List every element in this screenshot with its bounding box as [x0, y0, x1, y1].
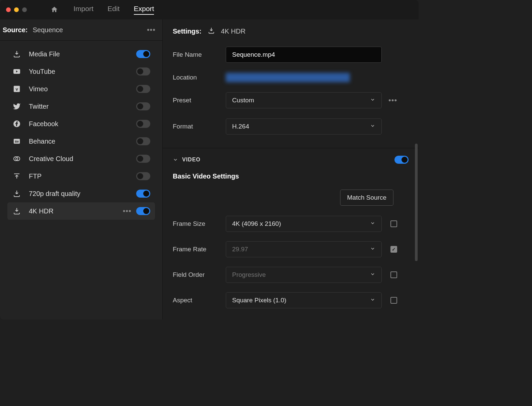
location-label: Location — [173, 74, 226, 81]
destination-list: Media File YouTube v Vimeo Twitter Faceb… — [0, 41, 162, 224]
destination-toggle[interactable] — [136, 50, 150, 58]
destination-toggle[interactable] — [136, 190, 150, 198]
chevron-down-icon — [370, 297, 375, 304]
chevron-down-icon — [370, 97, 375, 104]
titlebar: Import Edit Export — [0, 0, 419, 19]
preset-value: Custom — [232, 97, 254, 104]
destination-toggle[interactable] — [136, 207, 150, 215]
source-label: Source: — [3, 26, 28, 34]
video-setting-label: Field Order — [173, 271, 226, 278]
destination-item[interactable]: Bē Behance — [7, 133, 155, 150]
settings-panel: Settings: 4K HDR File Name Location Pres… — [163, 19, 419, 319]
location-link[interactable] — [226, 73, 350, 82]
video-section-header[interactable]: VIDEO — [173, 156, 409, 164]
chevron-down-icon — [370, 271, 375, 278]
chevron-down-icon — [370, 220, 375, 227]
match-source-checkbox[interactable] — [390, 246, 397, 253]
preset-more-button[interactable]: ••• — [388, 96, 397, 105]
video-section-toggle[interactable] — [394, 156, 409, 164]
destination-toggle[interactable] — [136, 172, 150, 180]
export-form: File Name Location Preset Custom ••• For… — [163, 43, 419, 148]
destination-item[interactable]: Media File — [7, 45, 155, 63]
destination-toggle[interactable] — [136, 120, 150, 128]
minimize-window-button[interactable] — [14, 7, 19, 12]
destination-label: Media File — [29, 50, 129, 58]
destination-item[interactable]: 4K HDR ••• — [7, 202, 155, 220]
video-setting-row: Aspect Square Pixels (1.0) — [173, 292, 409, 308]
destination-label: 720p draft quality — [29, 190, 129, 198]
download-icon — [208, 27, 215, 36]
source-more-button[interactable]: ••• — [147, 26, 156, 34]
basic-video-settings-title: Basic Video Settings — [173, 172, 409, 180]
behance-icon: Bē — [12, 137, 21, 146]
cc-icon — [12, 154, 21, 163]
destination-label: Twitter — [29, 103, 129, 110]
download-icon — [12, 189, 21, 198]
scrollbar[interactable] — [415, 144, 418, 261]
nav-tabs: Import Edit Export — [73, 5, 154, 15]
video-setting-value: 29.97 — [232, 246, 248, 253]
settings-header: Settings: 4K HDR — [163, 19, 419, 43]
match-source-button[interactable]: Match Source — [340, 190, 393, 206]
video-setting-label: Frame Size — [173, 220, 226, 227]
format-select[interactable]: H.264 — [226, 118, 382, 135]
close-window-button[interactable] — [6, 7, 11, 12]
preset-select[interactable]: Custom — [226, 92, 382, 108]
destination-more-button[interactable]: ••• — [123, 207, 131, 215]
facebook-icon — [12, 119, 21, 129]
destination-item[interactable]: YouTube — [7, 63, 155, 80]
video-setting-select: Progressive — [226, 267, 382, 283]
filename-label: File Name — [173, 51, 226, 58]
destination-item[interactable]: Twitter — [7, 98, 155, 115]
video-setting-select[interactable]: Square Pixels (1.0) — [226, 292, 382, 308]
ftp-icon — [12, 171, 21, 181]
twitter-icon — [12, 102, 21, 111]
video-setting-label: Aspect — [173, 297, 226, 304]
chevron-down-icon — [370, 123, 375, 130]
video-setting-value: Square Pixels (1.0) — [232, 297, 286, 304]
vimeo-icon: v — [12, 84, 21, 94]
source-header: Source: Sequence ••• — [0, 19, 162, 41]
destination-label: Vimeo — [29, 85, 129, 93]
filename-input[interactable] — [226, 47, 382, 63]
tab-export[interactable]: Export — [134, 5, 154, 15]
video-section-title: VIDEO — [182, 157, 201, 163]
match-source-checkbox[interactable] — [390, 297, 397, 304]
destination-toggle[interactable] — [136, 102, 150, 110]
settings-title: 4K HDR — [221, 28, 246, 35]
destination-item[interactable]: Creative Cloud — [7, 150, 155, 167]
video-setting-select[interactable]: 4K (4096 x 2160) — [226, 216, 382, 232]
video-section: VIDEO Basic Video Settings Match Source … — [163, 148, 419, 319]
match-source-checkbox[interactable] — [390, 271, 397, 278]
destination-toggle[interactable] — [136, 155, 150, 163]
destination-label: FTP — [29, 172, 129, 180]
video-setting-row: Frame Rate 29.97 — [173, 241, 409, 257]
destination-toggle[interactable] — [136, 137, 150, 145]
destination-item[interactable]: FTP — [7, 167, 155, 185]
tab-import[interactable]: Import — [73, 5, 94, 15]
video-setting-value: Progressive — [232, 271, 266, 278]
source-value[interactable]: Sequence — [33, 26, 63, 34]
download-icon — [12, 206, 21, 216]
source-panel: Source: Sequence ••• Media File YouTube … — [0, 19, 163, 319]
tab-edit[interactable]: Edit — [108, 5, 120, 15]
chevron-down-icon — [370, 246, 375, 253]
destination-toggle[interactable] — [136, 85, 150, 93]
format-value: H.264 — [232, 123, 249, 130]
destination-item[interactable]: v Vimeo — [7, 80, 155, 98]
destination-toggle[interactable] — [136, 67, 150, 75]
chevron-down-icon — [173, 157, 178, 162]
match-source-checkbox[interactable] — [390, 220, 397, 227]
svg-text:v: v — [15, 87, 18, 92]
destination-item[interactable]: Facebook — [7, 115, 155, 133]
destination-label: Creative Cloud — [29, 155, 129, 163]
destination-label: 4K HDR — [29, 207, 115, 215]
video-setting-label: Frame Rate — [173, 246, 226, 253]
destination-item[interactable]: 720p draft quality — [7, 185, 155, 202]
video-setting-row: Frame Size 4K (4096 x 2160) — [173, 216, 409, 232]
preset-label: Preset — [173, 97, 226, 104]
maximize-window-button[interactable] — [22, 7, 27, 12]
video-setting-row: Field Order Progressive — [173, 267, 409, 283]
video-setting-value: 4K (4096 x 2160) — [232, 220, 281, 227]
home-button[interactable] — [50, 6, 58, 14]
